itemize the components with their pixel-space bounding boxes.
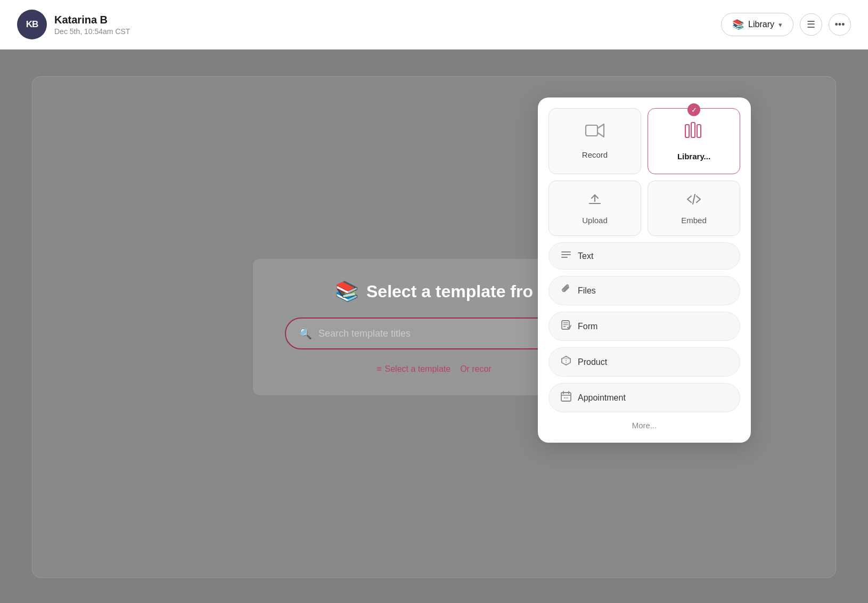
chevron-down-icon: ▾	[779, 21, 782, 29]
svg-point-20	[566, 397, 567, 398]
library-option-icon	[684, 121, 704, 145]
library-label: Library	[748, 20, 774, 29]
svg-point-19	[564, 397, 565, 398]
list-view-button[interactable]: ☰	[800, 13, 822, 36]
library-icon: 📚	[732, 19, 744, 30]
library-button[interactable]: 📚 Library ▾	[721, 13, 793, 36]
ellipsis-icon: •••	[835, 19, 845, 30]
bottom-links: ≡ Select a template Or recor	[376, 364, 492, 374]
svg-rect-3	[697, 125, 701, 137]
embed-label: Embed	[681, 216, 707, 225]
record-option[interactable]: Record	[548, 108, 641, 174]
select-template-link[interactable]: ≡ Select a template	[376, 364, 451, 374]
record-link[interactable]: Or recor	[460, 364, 492, 374]
selected-check: ✓	[687, 103, 700, 116]
search-placeholder: Search template titles	[318, 328, 569, 339]
text-label: Text	[578, 251, 593, 261]
library-option-label: Library...	[677, 152, 710, 161]
user-date: Dec 5th, 10:54am CST	[54, 27, 130, 36]
list-icon: ≡	[376, 364, 381, 374]
upload-icon	[587, 192, 602, 210]
embed-icon	[686, 192, 702, 210]
books-icon: 📚	[335, 280, 359, 303]
files-item[interactable]: Files	[548, 276, 740, 305]
svg-line-5	[693, 194, 695, 204]
form-label: Form	[578, 322, 597, 331]
topbar: KB Katarina B Dec 5th, 10:54am CST 📚 Lib…	[0, 0, 868, 50]
topbar-right: 📚 Library ▾ ☰ •••	[721, 13, 851, 36]
record-label: Record	[582, 150, 608, 159]
mid-options: Upload Embed	[548, 181, 740, 236]
text-icon	[561, 250, 571, 262]
upload-option[interactable]: Upload	[548, 181, 641, 236]
main-area: 📚 Select a template fro 🔍 Search templat…	[0, 50, 868, 603]
svg-rect-2	[691, 123, 695, 137]
paperclip-icon	[561, 284, 571, 297]
svg-point-21	[567, 397, 568, 398]
upload-label: Upload	[582, 216, 608, 225]
product-icon	[561, 355, 571, 369]
embed-option[interactable]: Embed	[648, 181, 740, 236]
top-options: Record ✓ Library...	[548, 108, 740, 174]
user-name: Katarina B	[54, 14, 130, 26]
more-options-button[interactable]: •••	[829, 13, 851, 36]
record-icon	[585, 121, 605, 144]
calendar-icon	[561, 391, 571, 404]
form-icon	[561, 320, 571, 333]
user-info: KB Katarina B Dec 5th, 10:54am CST	[17, 10, 130, 39]
svg-rect-15	[561, 393, 571, 401]
svg-rect-0	[586, 125, 597, 136]
dropdown-panel: Record ✓ Library...	[538, 97, 751, 443]
list-icon: ☰	[807, 19, 815, 30]
form-item[interactable]: Form	[548, 312, 740, 341]
more-link[interactable]: More...	[548, 419, 740, 432]
select-title: 📚 Select a template fro	[335, 280, 533, 303]
product-label: Product	[578, 357, 607, 367]
files-label: Files	[578, 286, 596, 296]
library-option[interactable]: ✓ Library...	[648, 108, 740, 174]
text-item[interactable]: Text	[548, 242, 740, 270]
svg-rect-1	[685, 125, 689, 137]
product-item[interactable]: Product	[548, 347, 740, 377]
appointment-label: Appointment	[578, 393, 626, 403]
appointment-item[interactable]: Appointment	[548, 383, 740, 412]
search-icon: 🔍	[299, 327, 312, 340]
avatar: KB	[17, 10, 47, 39]
